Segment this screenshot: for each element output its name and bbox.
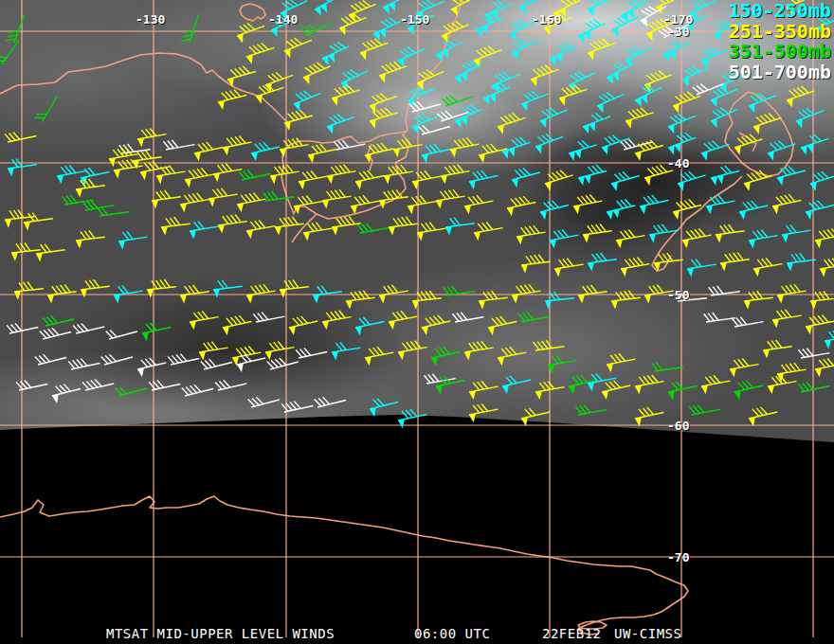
wind-barb [619, 256, 651, 277]
wind-barb [16, 376, 47, 390]
wind-barb [263, 339, 296, 361]
wind-barb [116, 380, 147, 396]
wind-barb [505, 194, 537, 217]
wind-barb [201, 354, 232, 369]
wind-barb [511, 282, 542, 304]
wind-barb [638, 192, 670, 215]
wind-barb [188, 309, 220, 331]
wind-barb [719, 251, 751, 272]
wind-barb [136, 354, 168, 378]
wind-barb [467, 378, 499, 401]
wind-barb [368, 394, 400, 418]
wind-barb [182, 381, 213, 396]
wind-barb [813, 226, 834, 249]
wind-barb [376, 58, 409, 83]
wind-barb [752, 256, 784, 277]
wind-barb [448, 135, 480, 158]
coastline [240, 4, 265, 21]
wind-barb [179, 283, 210, 304]
wind-barb [367, 88, 400, 115]
wind-barb [580, 108, 613, 134]
wind-barb [784, 82, 817, 108]
wind-barb [292, 193, 324, 215]
wind-barb [798, 378, 829, 392]
coastline [0, 496, 688, 635]
wind-barb [813, 355, 834, 378]
wind-barb [536, 102, 571, 130]
wind-barb [771, 192, 803, 215]
wind-barb [23, 210, 54, 231]
wind-barb [500, 371, 533, 395]
wind-barb [577, 283, 608, 304]
wind-barb [357, 35, 390, 62]
wind-barb [248, 391, 280, 407]
wind-barb [728, 356, 760, 378]
wind-barb [520, 253, 552, 274]
wind-barb [439, 163, 471, 185]
wind-barb [709, 283, 740, 295]
wind-barb [239, 166, 270, 180]
wind-barb [192, 139, 225, 162]
wind-barb [462, 192, 495, 215]
wind-barb [775, 162, 808, 186]
wind-barb [138, 158, 171, 181]
lon-label: -140 [268, 12, 298, 27]
wind-barb [7, 319, 38, 333]
map-overlay-svg [0, 0, 834, 644]
wind-barb [297, 168, 329, 190]
wind-barb [544, 290, 575, 310]
wind-barb [824, 328, 834, 349]
caption-date: 22FEB12 [542, 626, 602, 641]
wind-barb [452, 309, 483, 322]
wind-barb [245, 218, 277, 240]
wind-barb [633, 137, 666, 162]
lat-label: -30 [667, 25, 689, 39]
wind-barb [689, 401, 720, 415]
wind-barb [291, 85, 324, 112]
wind-barb [73, 318, 104, 333]
wind-barb [675, 167, 708, 191]
lat-label: -60 [667, 419, 689, 433]
wind-barb [321, 188, 353, 209]
wind-barb [496, 344, 528, 367]
wind-barb [324, 109, 357, 135]
wind-barb [217, 213, 248, 234]
legend-item-501-700: 501-700mb [729, 63, 831, 83]
wind-barb [388, 215, 419, 236]
wind-barb [451, 57, 485, 85]
wind-barb [467, 401, 499, 423]
wind-barb [136, 126, 168, 148]
wind-barb [762, 338, 793, 359]
wind-barb [587, 251, 618, 272]
wind-barb [387, 308, 419, 331]
wind-barb [267, 353, 299, 369]
wind-barb [221, 313, 253, 336]
wind-barb [548, 226, 580, 249]
wind-barb [472, 220, 504, 242]
wind-barb [546, 40, 580, 67]
wind-barb [499, 134, 533, 160]
wind-barb [804, 197, 834, 221]
mtsat-wind-map: -130-140-150-160-170-30-40-50-60-70 150-… [0, 0, 834, 644]
wind-barb [610, 289, 642, 310]
coastline [725, 92, 793, 176]
wind-barb [693, 76, 724, 95]
wind-barb [212, 277, 244, 298]
wind-barb [151, 188, 182, 209]
wind-barb [420, 141, 452, 164]
caption-time: 06:00 UTC [414, 626, 490, 641]
legend-item-351-500: 351-500mb [729, 42, 831, 63]
wind-barb [633, 404, 665, 427]
wind-barb [633, 373, 665, 395]
wind-barb [370, 14, 404, 42]
pressure-level-legend: 150-250mb 251-350mb 351-500mb 501-700mb [729, 1, 831, 82]
wind-barb [435, 188, 466, 209]
wind-barb [605, 197, 637, 221]
wind-barb [40, 324, 71, 339]
wind-barb [666, 378, 698, 401]
wind-barb [660, 35, 694, 63]
wind-barb [178, 191, 210, 213]
wind-barb [263, 188, 295, 201]
wind-barb [282, 107, 316, 131]
wind-barb [429, 344, 462, 367]
